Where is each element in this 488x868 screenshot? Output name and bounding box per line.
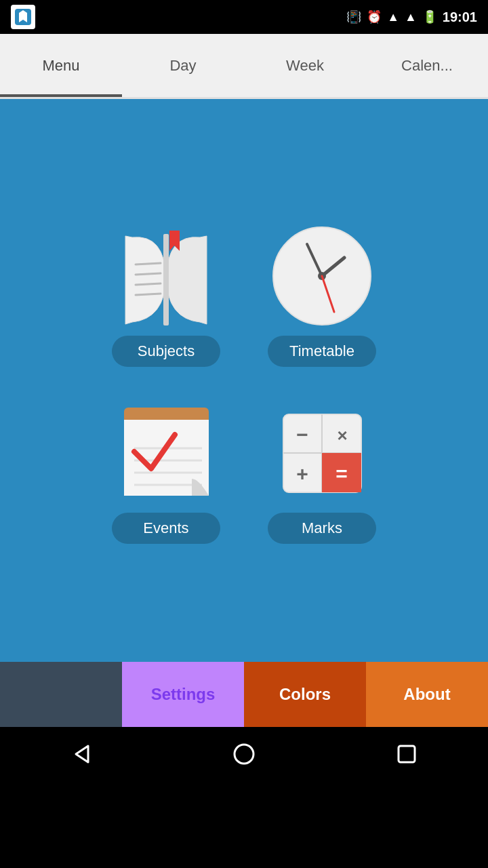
marks-item[interactable]: − × + = Marks [264, 394, 380, 544]
timetable-item[interactable]: Timetable [264, 217, 380, 367]
status-right: 📳 ⏰ ▲ ▲ 🔋 19:01 [346, 9, 477, 25]
tab-day[interactable]: Day [122, 34, 244, 97]
svg-line-3 [136, 263, 161, 264]
signal-icon: ▲ [405, 10, 417, 24]
events-item[interactable]: Events [108, 394, 224, 544]
recents-button[interactable] [386, 734, 427, 774]
about-button[interactable]: About [366, 662, 488, 727]
wifi-icon: ▲ [387, 10, 399, 24]
svg-text:=: = [336, 462, 348, 485]
svg-text:−: − [296, 423, 308, 446]
svg-text:+: + [296, 462, 308, 485]
svg-rect-1 [163, 234, 169, 326]
tab-calendar[interactable]: Calen... [366, 34, 488, 97]
svg-text:×: × [337, 425, 347, 446]
bottom-bar: Settings Colors About [0, 662, 488, 727]
alarm-icon: ⏰ [367, 9, 382, 24]
main-content: Subjects Timetable [0, 99, 488, 662]
svg-line-6 [136, 294, 161, 295]
battery-icon: 🔋 [422, 9, 437, 24]
status-time: 19:01 [443, 9, 477, 25]
vibrate-icon: 📳 [346, 9, 361, 24]
svg-point-29 [235, 745, 253, 764]
subjects-icon-wrapper [108, 217, 224, 336]
subjects-item[interactable]: Subjects [108, 217, 224, 367]
colors-button[interactable]: Colors [244, 662, 366, 727]
events-label: Events [112, 513, 220, 544]
bottom-empty [0, 662, 122, 727]
subjects-label: Subjects [112, 336, 220, 367]
svg-marker-28 [76, 746, 88, 762]
tab-bar: Menu Day Week Calen... [0, 34, 488, 99]
events-icon [114, 401, 219, 506]
app-icon [11, 5, 35, 29]
tab-menu[interactable]: Menu [0, 34, 122, 97]
home-button[interactable] [224, 734, 264, 774]
marks-icon: − × + = [270, 401, 375, 506]
events-icon-wrapper [108, 394, 224, 513]
menu-grid: Subjects Timetable [108, 217, 380, 544]
tab-week[interactable]: Week [244, 34, 366, 97]
marks-icon-wrapper: − × + = [264, 394, 380, 513]
subjects-icon [112, 224, 220, 329]
back-button[interactable] [61, 734, 102, 774]
nav-bar [0, 727, 488, 781]
marks-label: Marks [268, 513, 376, 544]
timetable-icon [270, 224, 375, 329]
timetable-icon-wrapper [264, 217, 380, 336]
timetable-label: Timetable [268, 336, 376, 367]
svg-rect-30 [399, 746, 415, 762]
status-left [11, 5, 35, 29]
status-bar: 📳 ⏰ ▲ ▲ 🔋 19:01 [0, 0, 488, 34]
settings-button[interactable]: Settings [122, 662, 244, 727]
svg-line-5 [136, 283, 161, 285]
svg-line-4 [136, 273, 161, 275]
